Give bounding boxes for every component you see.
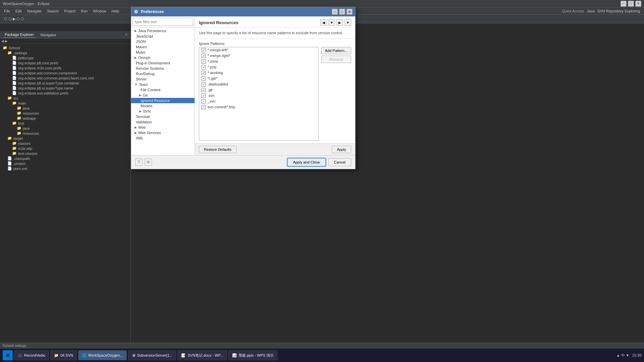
dialog-body: ▶ Java Persistence JavaScript JSON Maven… [131,16,355,155]
minimize-dialog[interactable]: ─ [332,9,338,15]
nav-more-btn[interactable]: ▼ [344,19,351,26]
right-header: Ignored Resources ◀ ▼ ▶ ▼ [195,16,355,27]
nav-item-oomph[interactable]: ▶ Oomph [131,55,195,60]
taskbar-item-svnnotes[interactable]: 📝 SVN笔记.docx - WP... [177,350,227,360]
nav-item-file-content[interactable]: File Content [131,87,195,93]
pattern-label: svn-commit*.tmp [208,105,235,109]
taskbar-item-svn[interactable]: 📁 04.SVN [50,350,77,360]
history-btn[interactable]: ⟳ [145,159,152,166]
nav-item-plug-in-development[interactable]: Plug-in Development [131,60,195,66]
pattern-label: */.git/* [208,76,217,80]
dialog-controls: ─ □ ✕ [332,9,353,15]
dialog-title: Preferences [141,9,164,14]
nav-item-validation[interactable]: Validation [131,119,195,125]
filter-input[interactable] [132,18,193,26]
nav-item-web[interactable]: ▶ Web [131,125,195,130]
nav-item-git[interactable]: ▶ Git [131,93,195,98]
dialog-overlay: ⚙ Preferences ─ □ ✕ ▶ Java Persistence J… [0,0,644,362]
taskbar: ⊞ 🎥 RecordVedio 📁 04.SVN 🌐 WorkSpaceOxyg… [0,349,644,362]
pattern-item[interactable]: *.mine [199,59,318,64]
dialog-actions: Restore Defaults Apply [195,143,355,155]
apply-and-close-btn[interactable]: Apply and Close [287,158,326,166]
pattern-checkbox[interactable] [201,65,206,69]
nav-forward-btn[interactable]: ▶ [336,19,343,26]
nav-item-javascript[interactable]: JavaScript [131,34,195,39]
pattern-checkbox[interactable] [201,76,206,81]
dialog-nav-panel: ▶ Java Persistence JavaScript JSON Maven… [131,16,195,155]
pattern-checkbox[interactable] [201,105,206,109]
nav-item-xml[interactable]: XML [131,135,195,141]
pattern-checkbox[interactable] [201,94,206,98]
pattern-item[interactable]: *.merge-right* [199,53,318,59]
pattern-label: *.mine [208,59,218,63]
nav-item-svn[interactable]: ▶ SVN [131,109,195,114]
pattern-item[interactable]: *.prej [199,64,318,70]
pattern-item[interactable]: .deployables [199,81,318,87]
pattern-label: .git [208,88,213,92]
taskbar-item-eclipse[interactable]: 🌐 WorkSpaceOxygen... [78,350,127,360]
dialog-titlebar: ⚙ Preferences ─ □ ✕ [131,7,355,16]
nav-item-terminal[interactable]: Terminal [131,114,195,119]
nav-item-remote-systems[interactable]: Remote Systems [131,66,195,71]
footer-right: Apply and Close Cancel [287,158,351,166]
taskbar-icon-subversion: 🖥 [132,353,136,357]
nav-item-ignored-resource[interactable]: Ignored Resource [131,98,195,103]
pattern-checkbox[interactable] [201,48,206,52]
pattern-item[interactable]: _svn [199,99,318,104]
nav-item-mylyn[interactable]: Mylyn [131,50,195,55]
restore-defaults-btn[interactable]: Restore Defaults [199,146,236,153]
nav-dropdown-btn[interactable]: ▼ [328,19,335,26]
nav-item-java-persistence[interactable]: ▶ Java Persistence [131,28,195,34]
taskbar-item-subversion[interactable]: 🖥 SubversionServer[1... [128,350,176,360]
pattern-item[interactable]: .git [199,87,318,93]
pattern-label: .deployables [208,82,228,86]
nav-item-team[interactable]: ▼ Team [131,82,195,87]
pattern-item[interactable]: *.working [199,70,318,76]
nav-item-json[interactable]: JSON [131,39,195,44]
nav-back-btn[interactable]: ◀ [320,19,327,26]
pattern-label: *.prej [208,65,216,69]
pattern-item[interactable]: *.merge-left* [199,47,318,53]
patterns-area: *.merge-left**.merge-right**.mine*.prej*… [199,47,351,141]
pattern-label: .svn [208,94,214,98]
nav-item-web-services[interactable]: ▶ Web Services [131,130,195,135]
pattern-checkbox[interactable] [201,54,206,58]
patterns-list: *.merge-left**.merge-right**.mine*.prej*… [199,47,319,141]
pattern-label: *.merge-left* [208,48,228,52]
taskbar-item-recordvedio[interactable]: 🎥 RecordVedio [14,350,49,360]
description-text: Use this page to specify a list of resou… [195,27,355,39]
nav-item-run/debug[interactable]: Run/Debug [131,71,195,76]
pattern-checkbox[interactable] [201,82,206,86]
pattern-checkbox[interactable] [201,71,206,75]
dialog-footer: ? ⟳ Apply and Close Cancel [131,155,355,169]
right-title: Ignored Resources [199,20,238,25]
filter-wrap [131,16,195,27]
nav-tree: ▶ Java Persistence JavaScript JSON Maven… [131,27,195,155]
help-btn[interactable]: ? [135,159,143,166]
taskbar-tray: ▲ 中 ▼ [616,353,630,358]
right-toolbar: ◀ ▼ ▶ ▼ [320,19,351,26]
start-button[interactable]: ⊞ [3,350,13,360]
pattern-label: _svn [208,99,215,103]
nav-item-maven[interactable]: Maven [131,44,195,50]
patterns-buttons: Add Pattern... Remove [321,47,351,141]
nav-item-models[interactable]: Models [131,103,195,109]
taskbar-icon-svnnotes: 📝 [181,353,186,358]
nav-item-server[interactable]: Server [131,76,195,82]
preferences-dialog: ⚙ Preferences ─ □ ✕ ▶ Java Persistence J… [131,7,356,169]
pattern-checkbox[interactable] [201,59,206,64]
taskbar-icon-pptx: 📊 [232,353,237,358]
close-dialog[interactable]: ✕ [346,9,353,15]
add-pattern-btn[interactable]: Add Pattern... [321,47,351,54]
taskbar-item-pptx[interactable]: 📊 黑板.pptx - WPS 演示 [228,350,278,360]
remove-pattern-btn[interactable]: Remove [321,56,351,63]
dialog-right: Ignored Resources ◀ ▼ ▶ ▼ Use this page … [195,16,355,155]
apply-btn[interactable]: Apply [332,146,351,153]
pattern-item[interactable]: */.git/* [199,76,318,81]
cancel-btn[interactable]: Cancel [328,158,351,166]
pattern-item[interactable]: svn-commit*.tmp [199,104,318,110]
pattern-checkbox[interactable] [201,88,206,92]
maximize-dialog[interactable]: □ [339,9,345,15]
pattern-checkbox[interactable] [201,99,206,104]
pattern-item[interactable]: .svn [199,93,318,99]
